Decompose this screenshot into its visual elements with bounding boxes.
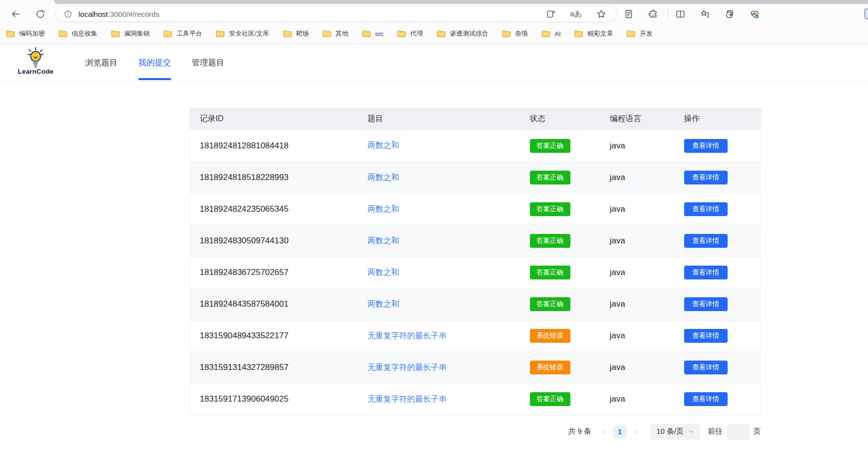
bookmark-folder[interactable]: 杂项 <box>502 29 528 38</box>
bookmark-folder[interactable]: AI <box>541 30 561 38</box>
language: java <box>600 257 674 288</box>
table-row: 1831591713906049025 无重复字符的最长子串 答案正确 java… <box>190 383 761 415</box>
view-detail-button[interactable]: 查看详情 <box>684 329 728 343</box>
address-bar[interactable]: localhost:3000/#/records aあ <box>55 6 617 22</box>
bookmark-label: 信息收集 <box>72 29 97 38</box>
table-row: 1818924824235065345 两数之和 答案正确 java 查看详情 <box>190 193 761 225</box>
page-number-1[interactable]: 1 <box>613 425 627 439</box>
bookmark-label: 代理 <box>410 29 423 38</box>
records-page: 记录ID 题目 状态 编程语言 操作 1818924812881084418 两… <box>189 108 761 442</box>
view-detail-button[interactable]: 查看详情 <box>684 234 728 248</box>
table-row: 1818924812881084418 两数之和 答案正确 java 查看详情 <box>190 130 761 162</box>
refresh-icon[interactable] <box>34 7 46 20</box>
bookmark-folder[interactable]: 安全社区/文库 <box>216 29 269 38</box>
bookmarks-bar: 编码加密 信息收集 漏洞集锦 工具平台 安全社区/文库 靶场 其他 src 代理… <box>0 24 868 44</box>
prev-page-button[interactable]: ‹ <box>596 424 612 440</box>
view-detail-button[interactable]: 查看详情 <box>684 392 728 406</box>
folder-icon <box>362 30 371 38</box>
folder-icon <box>6 30 15 38</box>
problem-link[interactable]: 两数之和 <box>368 268 399 276</box>
view-detail-button[interactable]: 查看详情 <box>684 297 728 311</box>
language: java <box>600 320 674 352</box>
extensions-icon[interactable] <box>647 7 659 20</box>
toolbar-divider <box>668 9 668 18</box>
page-suffix-label: 页 <box>753 427 761 436</box>
view-detail-button[interactable]: 查看详情 <box>684 171 728 184</box>
nav-item-browse[interactable]: 浏览题目 <box>85 44 118 82</box>
status-badge: 系统错误 <box>530 329 570 343</box>
table-row: 1831591314327289857 无重复字符的最长子串 系统错误 java… <box>190 352 761 383</box>
reading-list-icon[interactable] <box>622 7 635 20</box>
favorites-bar-icon[interactable] <box>698 7 711 20</box>
workspaces-icon[interactable] <box>544 7 557 20</box>
folder-icon <box>502 30 511 38</box>
language: java <box>600 225 674 257</box>
problem-link[interactable]: 两数之和 <box>368 300 399 308</box>
browser-essentials-icon[interactable] <box>748 7 761 20</box>
site-info-icon[interactable] <box>63 9 73 19</box>
browser-toolbar: localhost:3000/#/records aあ <box>0 4 868 24</box>
favorite-star-icon[interactable] <box>595 7 608 20</box>
problem-link[interactable]: 两数之和 <box>368 141 399 149</box>
app-header: LearnCode 浏览题目 我的提交 管理题目 <box>0 44 868 82</box>
problem-link[interactable]: 无重复字符的最长子串 <box>368 363 447 371</box>
bookmark-folder[interactable]: 渗透测试综合 <box>436 29 488 38</box>
table-header-row: 记录ID 题目 状态 编程语言 操作 <box>190 108 761 130</box>
collections-icon[interactable] <box>723 7 736 20</box>
view-detail-button[interactable]: 查看详情 <box>684 202 728 216</box>
bookmark-label: 杂项 <box>515 29 528 38</box>
problem-link[interactable]: 两数之和 <box>368 205 399 213</box>
clipped-edge-icon <box>864 8 868 19</box>
view-detail-button[interactable]: 查看详情 <box>684 361 728 374</box>
url-host: localhost <box>79 10 108 18</box>
back-icon[interactable] <box>9 7 22 20</box>
col-problem: 题目 <box>358 108 520 130</box>
record-id: 1831590489433522177 <box>190 320 358 352</box>
folder-icon <box>436 30 446 38</box>
app-logo[interactable]: LearnCode <box>18 46 53 75</box>
status-badge: 答案正确 <box>530 139 570 153</box>
view-detail-button[interactable]: 查看详情 <box>684 266 728 279</box>
goto-page-input[interactable] <box>727 424 749 440</box>
bookmark-folder[interactable]: 信息收集 <box>58 29 97 38</box>
lightbulb-icon <box>24 46 47 69</box>
col-status: 状态 <box>520 108 600 130</box>
main-nav: 浏览题目 我的提交 管理题目 <box>85 44 245 82</box>
table-row: 1831590489433522177 无重复字符的最长子串 系统错误 java… <box>190 320 761 352</box>
translate-icon[interactable]: aあ <box>570 9 582 19</box>
status-badge: 答案正确 <box>530 171 570 184</box>
bookmark-folder[interactable]: 漏洞集锦 <box>111 29 150 38</box>
bookmark-folder[interactable]: 其他 <box>322 29 348 38</box>
records-table: 记录ID 题目 状态 编程语言 操作 1818924812881084418 两… <box>189 108 761 415</box>
nav-item-my-submissions[interactable]: 我的提交 <box>138 44 171 82</box>
language: java <box>600 383 674 415</box>
problem-link[interactable]: 无重复字符的最长子串 <box>368 395 447 403</box>
bookmark-folder[interactable]: src <box>362 30 384 38</box>
nav-item-manage[interactable]: 管理题目 <box>192 44 224 82</box>
split-screen-icon[interactable] <box>674 7 687 20</box>
problem-link[interactable]: 两数之和 <box>368 236 399 245</box>
folder-icon <box>163 30 173 38</box>
bookmark-label: AI <box>555 30 561 38</box>
bookmark-folder[interactable]: 代理 <box>397 29 423 38</box>
bookmark-folder[interactable]: 靶场 <box>283 29 309 38</box>
folder-icon <box>397 30 406 38</box>
bookmark-folder[interactable]: 精彩文章 <box>574 29 613 38</box>
language: java <box>600 193 674 225</box>
problem-link[interactable]: 无重复字符的最长子串 <box>368 331 447 340</box>
table-row: 1818924818518228993 两数之和 答案正确 java 查看详情 <box>190 162 761 193</box>
next-page-button[interactable]: › <box>628 424 644 440</box>
bookmark-folder[interactable]: 编码加密 <box>6 29 45 38</box>
language: java <box>600 288 674 320</box>
view-detail-button[interactable]: 查看详情 <box>684 139 728 153</box>
goto-label: 前往 <box>708 427 723 436</box>
bookmark-folder[interactable]: 工具平台 <box>163 29 202 38</box>
bookmark-label: 开发 <box>640 29 652 38</box>
bookmark-folder[interactable]: 开发 <box>626 29 652 38</box>
problem-link[interactable]: 两数之和 <box>368 173 399 182</box>
bookmark-label: 靶场 <box>296 29 309 38</box>
col-language: 编程语言 <box>600 108 674 130</box>
page-size-select[interactable]: 10 条/页 <box>651 424 700 440</box>
bookmark-label: 其他 <box>336 29 348 38</box>
record-id: 1818924830509744130 <box>190 225 358 257</box>
